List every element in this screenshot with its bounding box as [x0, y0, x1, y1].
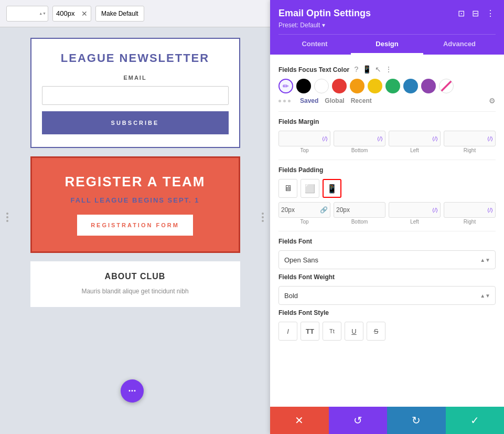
- device-select-wrap[interactable]: [6, 6, 48, 22]
- saved-tab-global[interactable]: Global: [325, 97, 344, 104]
- focus-color-device-icon[interactable]: 📱: [362, 65, 371, 73]
- newsletter-email-input[interactable]: [42, 86, 229, 105]
- width-clear-button[interactable]: ✕: [81, 9, 88, 18]
- handle-dot: [6, 213, 8, 215]
- columns-icon-button[interactable]: ⊟: [471, 7, 480, 19]
- margin-right-wrap: ⟨/⟩ Right: [444, 131, 496, 153]
- dot: [283, 100, 286, 102]
- margin-top-wrap: ⟨/⟩ Top: [278, 131, 330, 153]
- fields-font-weight-select[interactable]: Bold Regular Light Extra Bold: [278, 286, 496, 305]
- fields-font-select-wrap[interactable]: Open Sans Arial Georgia Roboto Lato ▲▼: [278, 250, 496, 269]
- fields-padding-row: 20px 🔗 Top 20px Bottom ⟨/⟩ Left: [278, 202, 496, 225]
- saved-row: Saved Global Recent ⚙: [278, 97, 496, 112]
- save-button[interactable]: ✓: [446, 407, 505, 434]
- fields-padding-label: Fields Padding: [278, 166, 496, 174]
- padding-bottom-label: Bottom: [334, 219, 385, 225]
- device-icon-desktop[interactable]: 🖥: [278, 179, 297, 198]
- panel-preset[interactable]: Preset: Default ▾: [278, 22, 496, 29]
- width-input[interactable]: 400px: [56, 9, 79, 17]
- margin-right-label: Right: [444, 147, 496, 153]
- color-swatch-blue[interactable]: [403, 79, 418, 93]
- color-swatch-green[interactable]: [385, 79, 400, 93]
- margin-right-icon: ⟨/⟩: [487, 136, 493, 142]
- width-input-wrap[interactable]: 400px ✕: [52, 6, 91, 22]
- register-title: REGISTER A TEAM: [45, 174, 226, 190]
- font-style-bold-button[interactable]: TT: [301, 322, 319, 341]
- saved-tab-recent[interactable]: Recent: [351, 97, 372, 104]
- dots-indicator: [278, 100, 291, 102]
- margin-left-label: Left: [389, 147, 441, 153]
- focus-color-more-icon[interactable]: ⋮: [385, 65, 392, 73]
- tab-advanced[interactable]: Advanced: [423, 35, 496, 55]
- margin-left-wrap: ⟨/⟩ Left: [389, 131, 441, 153]
- fields-margin-grid: ⟨/⟩ Top ⟨/⟩ Bottom ⟨/⟩ Left: [278, 131, 496, 153]
- make-default-button[interactable]: Make Default: [95, 6, 144, 22]
- color-swatch-red[interactable]: [332, 79, 347, 93]
- margin-left-input[interactable]: ⟨/⟩: [389, 131, 441, 146]
- redo-button[interactable]: ↻: [387, 407, 446, 434]
- about-block: ABOUT CLUB Mauris blandit alique get tin…: [30, 261, 240, 307]
- device-icon-tablet[interactable]: ⬜: [301, 179, 319, 198]
- margin-bottom-input[interactable]: ⟨/⟩: [334, 131, 385, 146]
- device-icons-row: 🖥 ⬜ 📱: [278, 179, 496, 198]
- focus-color-help-icon[interactable]: ?: [354, 65, 358, 73]
- preset-chevron-icon: ▾: [322, 22, 325, 29]
- device-select[interactable]: [6, 6, 48, 22]
- saved-tab-saved[interactable]: Saved: [300, 97, 318, 104]
- color-swatch-clear[interactable]: [439, 79, 454, 93]
- font-style-smallcaps-button[interactable]: Tt: [323, 322, 341, 341]
- padding-right-input[interactable]: ⟨/⟩: [444, 202, 496, 218]
- padding-top-value: 20px: [281, 206, 295, 214]
- padding-bottom-input[interactable]: 20px: [334, 202, 385, 218]
- padding-left-wrap: ⟨/⟩ Left: [389, 202, 441, 225]
- register-block: REGISTER A TEAM FALL LEAGUE BEGINS SEPT.…: [30, 156, 240, 253]
- color-swatch-pencil[interactable]: ✏: [278, 79, 293, 93]
- more-options-button[interactable]: ⋮: [485, 7, 496, 19]
- margin-right-input[interactable]: ⟨/⟩: [444, 131, 496, 146]
- handle-dot: [262, 216, 264, 218]
- color-settings-gear-icon[interactable]: ⚙: [489, 97, 496, 105]
- padding-top-wrap: 20px 🔗 Top: [278, 202, 330, 225]
- fields-font-label: Fields Font: [278, 238, 496, 245]
- padding-top-label: Top: [278, 219, 330, 225]
- font-style-italic-button[interactable]: I: [278, 322, 297, 341]
- padding-top-input[interactable]: 20px 🔗: [278, 202, 330, 218]
- preset-label: Preset: Default: [278, 22, 320, 29]
- color-swatch-yellow[interactable]: [368, 79, 382, 93]
- dot: [278, 100, 281, 102]
- resize-handle-right[interactable]: [262, 213, 264, 222]
- color-swatch-white[interactable]: [314, 79, 329, 93]
- fields-font-select[interactable]: Open Sans Arial Georgia Roboto Lato: [278, 250, 496, 269]
- focus-color-cursor-icon[interactable]: ↖: [375, 65, 381, 73]
- font-style-underline-button[interactable]: U: [345, 322, 363, 341]
- cancel-button[interactable]: ✕: [270, 407, 329, 434]
- canvas-area: 400px ✕ Make Default LEAGUE NEWSLETTER E…: [0, 0, 270, 434]
- font-style-strikethrough-button[interactable]: S: [367, 322, 385, 341]
- padding-left-input[interactable]: ⟨/⟩: [389, 202, 441, 218]
- padding-bottom-wrap: 20px Bottom: [334, 202, 385, 225]
- tab-design[interactable]: Design: [351, 35, 423, 55]
- fab-button[interactable]: ···: [121, 379, 144, 403]
- expand-icon-button[interactable]: ⊡: [457, 7, 466, 19]
- fields-font-weight-wrap[interactable]: Bold Regular Light Extra Bold ▲▼: [278, 286, 496, 305]
- registration-form-button[interactable]: REGISTRATION FORM: [77, 215, 193, 236]
- register-subtitle: FALL LEAGUE BEGINS SEPT. 1: [45, 196, 226, 204]
- panel-header-icons: ⊡ ⊟ ⋮: [457, 7, 496, 19]
- reset-button[interactable]: ↺: [329, 407, 388, 434]
- panel-body: Fields Focus Text Color ? 📱 ↖ ⋮ ✏: [270, 55, 504, 407]
- fields-margin-label: Fields Margin: [278, 118, 496, 125]
- newsletter-subscribe-button[interactable]: SUBSCRIBE: [42, 111, 229, 134]
- color-swatch-black[interactable]: [296, 79, 311, 93]
- margin-top-input[interactable]: ⟨/⟩: [278, 131, 330, 146]
- padding-left-icon: ⟨/⟩: [432, 207, 438, 213]
- tab-content[interactable]: Content: [278, 35, 351, 55]
- padding-left-label: Left: [389, 219, 441, 225]
- padding-right-wrap: ⟨/⟩ Right: [444, 202, 496, 225]
- color-swatch-orange[interactable]: [350, 79, 364, 93]
- resize-handle-left[interactable]: [6, 213, 8, 222]
- device-icon-mobile[interactable]: 📱: [323, 179, 341, 198]
- margin-bottom-icon: ⟨/⟩: [377, 136, 383, 142]
- color-swatch-purple[interactable]: [421, 79, 436, 93]
- margin-left-icon: ⟨/⟩: [432, 136, 438, 142]
- fields-font-weight-label: Fields Font Weight: [278, 273, 496, 281]
